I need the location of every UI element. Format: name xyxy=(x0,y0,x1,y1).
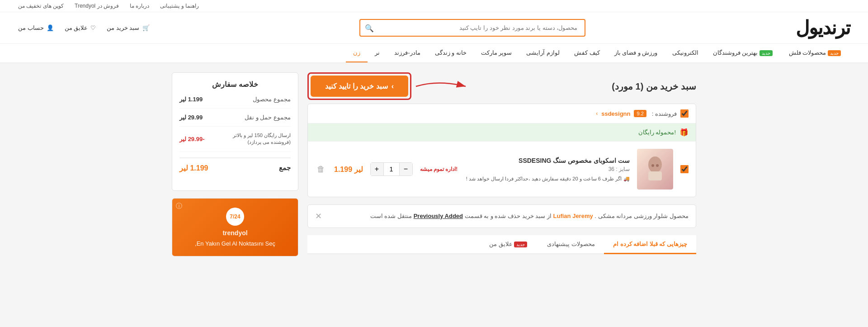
nav-women-label: زن xyxy=(353,49,360,56)
tab-recommended-label: محصولات پیشنهادی xyxy=(547,241,595,247)
ad-title: En Yakın Gel Al Noktasını Seç, xyxy=(195,240,275,247)
arrow-annotation xyxy=(411,75,475,98)
svg-point-3 xyxy=(651,164,654,167)
nav-mother-child[interactable]: مادر-فرزند xyxy=(387,44,427,62)
ad-badge: 7/24 xyxy=(226,208,244,226)
search-icon[interactable]: 🔍 xyxy=(365,24,374,32)
title-row: سبد خرید من (1 مورد) › سبد خرید را تایید… xyxy=(307,72,696,100)
topbar-link-support[interactable]: راهنما و پشتیبانی xyxy=(160,3,199,9)
seller-name[interactable]: ssdesignn xyxy=(601,110,630,117)
summary-shipping-label: مجموع حمل و نقل xyxy=(245,114,291,121)
info-icon[interactable]: ⓘ xyxy=(176,202,182,210)
account-label: حساب من xyxy=(18,24,44,31)
cart-section: فروشنده : 9.2 ssdesignn › 🎁 !محموله رایگ… xyxy=(307,104,696,197)
summary-product-value: 1.199 لیر xyxy=(179,96,203,103)
nav-cosmetics-label: لوازم آرایشی xyxy=(526,49,560,56)
best-sellers-badge: جدید xyxy=(760,50,773,56)
item-price: لیر 1.199 xyxy=(334,166,363,173)
notif-link[interactable]: Lufian Jeremy xyxy=(553,213,593,219)
seller-checkbox[interactable] xyxy=(680,109,689,118)
summary-product-label: مجموع محصول xyxy=(253,96,291,103)
price-currency: لیر xyxy=(354,166,363,173)
tabs-row: چیزهایی که قبلا اضافه کرده ام محصولات پی… xyxy=(307,235,696,254)
truck-icon: 🚚 xyxy=(623,176,630,182)
item-size: سایز : 36 xyxy=(465,166,630,172)
product-image-svg xyxy=(644,156,666,183)
cart-icon: 🛒 xyxy=(142,24,150,31)
search-input[interactable] xyxy=(359,19,585,37)
nav-mother-child-label: مادر-فرزند xyxy=(394,49,420,56)
nav-supermarket[interactable]: سوپر مارکت xyxy=(474,44,519,62)
notification-text: محصول شلوار ورزشی مردانه مشکی . Lufian J… xyxy=(370,212,689,221)
search-bar: 🔍 xyxy=(359,19,585,37)
logo[interactable]: ترندیول xyxy=(796,17,850,39)
notif-text-before: منتقل شده است xyxy=(370,213,412,219)
notif-text-after: محصول شلوار ورزشی مردانه مشکی . xyxy=(594,213,689,219)
free-shipping-label: !محموله رایگان xyxy=(638,129,676,136)
nav-women[interactable]: زن xyxy=(346,44,368,62)
seller-score: 9.2 xyxy=(634,110,646,117)
nav-cosmetics[interactable]: لوازم آرایشی xyxy=(519,44,567,62)
item-name: ست اسکوبای مخصوص سنگ SSDESING xyxy=(465,157,630,164)
notification-close-button[interactable]: ✕ xyxy=(315,211,322,221)
page-title: سبد خرید من (1 مورد) xyxy=(612,81,696,92)
svg-rect-2 xyxy=(648,171,662,180)
nav-men-label: نر xyxy=(375,49,380,56)
ad-card: ⓘ 7/24 trendyol En Yakın Gel Al Noktasın… xyxy=(172,198,298,256)
item-info: ست اسکوبای مخصوص سنگ SSDESING سایز : 36 … xyxy=(465,157,630,182)
nav-men[interactable]: نر xyxy=(368,44,387,62)
summary-title: خلاصه سفارش xyxy=(179,80,291,89)
account-action[interactable]: 👤 حساب من xyxy=(18,24,54,31)
nav-best-sellers-label: بهترین فروشندگان xyxy=(713,49,758,56)
qty-increase-button[interactable]: + xyxy=(371,163,383,175)
quantity-input[interactable]: 1 xyxy=(383,163,400,175)
wishlist-label: علایق من xyxy=(65,24,88,31)
cart-action[interactable]: 🛒 سبد خرید من xyxy=(107,24,149,31)
nav-shoes[interactable]: کیف کفش xyxy=(567,44,607,62)
user-icon: 👤 xyxy=(47,24,54,31)
nav-sports[interactable]: ورزش و فضای باز xyxy=(607,44,665,62)
nav-home[interactable]: خانه و زندگی xyxy=(428,44,474,62)
seller-row: فروشنده : 9.2 ssdesignn › xyxy=(308,104,696,123)
confirm-button-box: › سبد خرید را تایید کنید xyxy=(307,72,411,100)
size-label: سایز xyxy=(619,166,630,172)
topbar: راهنما و پشتیبانی درباره ما فروش در Tren… xyxy=(0,0,868,12)
summary-row-free-shipping: ارسال رایگان 150 لیر و بالاتر (فروشنده م… xyxy=(179,132,291,152)
item-image xyxy=(637,149,673,190)
delete-item-button[interactable]: 🗑 xyxy=(315,163,327,176)
delivery-text: اگر ظرف 6 ساعت و 20 دقیقه سفارش دهید ،حد… xyxy=(466,176,622,182)
summary-row-shipping: مجموع حمل و نقل 29.99 لیر xyxy=(179,114,291,127)
order-summary-card: خلاصه سفارش مجموع محصول 1.199 لیر مجموع … xyxy=(172,72,298,191)
price-value: 1.199 xyxy=(334,166,352,173)
tab-previously-added[interactable]: چیزهایی که قبلا اضافه کرده ام xyxy=(604,235,696,254)
summary-total-value: 1.199 لیر xyxy=(179,164,208,172)
topbar-link-coupons[interactable]: کوپن های تخفیف من xyxy=(18,3,64,9)
summary-row-total: جمع 1.199 لیر xyxy=(179,157,291,178)
nav-sports-label: ورزش و فضای باز xyxy=(614,49,658,56)
tab-previously-added-label: چیزهایی که قبلا اضافه کرده ام xyxy=(613,241,687,247)
nav-supermarket-label: سوپر مارکت xyxy=(481,49,512,56)
cart-content: سبد خرید من (1 مورد) › سبد خرید را تایید… xyxy=(307,72,696,261)
topbar-link-about[interactable]: درباره ما xyxy=(130,3,149,9)
notification-bar: محصول شلوار ورزشی مردانه مشکی . Lufian J… xyxy=(307,204,696,228)
seller-arrow-icon: › xyxy=(596,110,598,117)
tab-recommended[interactable]: محصولات پیشنهادی xyxy=(538,235,604,254)
wishlist-action[interactable]: ♡ علایق من xyxy=(65,24,96,31)
qty-decrease-button[interactable]: − xyxy=(400,163,412,175)
nav-best-sellers[interactable]: جدید بهترین فروشندگان xyxy=(706,44,782,62)
nav-flash[interactable]: جدید محصولات فلش xyxy=(782,44,850,62)
summary-free-shipping-value: -29.99 لیر xyxy=(179,136,205,142)
heart-icon: ♡ xyxy=(90,24,96,31)
nav-electronics-label: الکترونیکی xyxy=(672,49,698,56)
topbar-link-sell[interactable]: فروش در Trendyol xyxy=(75,3,119,9)
item-price-display: لیر 1.199 xyxy=(334,165,363,174)
header-actions: 🛒 سبد خرید من ♡ علایق من 👤 حساب من xyxy=(18,24,149,31)
item-checkbox[interactable] xyxy=(680,165,689,173)
flash-badge: جدید xyxy=(828,50,841,56)
item-controls: !اداره تموم میشه − 1 + لیر 1.199 🗑 xyxy=(315,162,458,176)
tab-wishlist-label: علایق من xyxy=(489,241,513,247)
confirm-button[interactable]: › سبد خرید را تایید کنید xyxy=(311,76,408,97)
nav-shoes-label: کیف کفش xyxy=(574,49,600,56)
tab-wishlist[interactable]: جدید علایق من xyxy=(480,235,538,254)
nav-electronics[interactable]: الکترونیکی xyxy=(665,44,706,62)
